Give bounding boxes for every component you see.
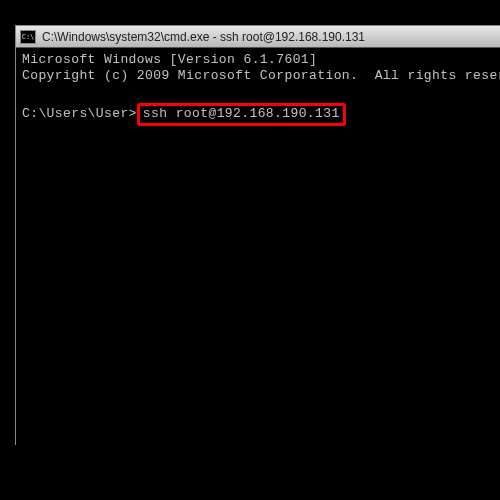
version-line: Microsoft Windows [Version 6.1.7601] bbox=[22, 52, 499, 68]
command-highlight: ssh root@192.168.190.131 bbox=[137, 103, 346, 126]
titlebar[interactable]: C:\ C:\Windows\system32\cmd.exe - ssh ro… bbox=[16, 26, 500, 48]
terminal-area[interactable]: Microsoft Windows [Version 6.1.7601]Copy… bbox=[16, 48, 500, 130]
cmd-window: C:\ C:\Windows\system32\cmd.exe - ssh ro… bbox=[15, 25, 500, 445]
prompt-line: C:\Users\User>ssh root@192.168.190.131 bbox=[22, 103, 499, 126]
cmd-icon: C:\ bbox=[20, 30, 36, 44]
copyright-line: Copyright (c) 2009 Microsoft Corporation… bbox=[22, 68, 499, 84]
prompt-text: C:\Users\User> bbox=[22, 106, 137, 121]
window-title: C:\Windows\system32\cmd.exe - ssh root@1… bbox=[42, 30, 365, 44]
ssh-command: ssh root@192.168.190.131 bbox=[143, 106, 340, 121]
blank-line bbox=[22, 85, 499, 101]
cmd-icon-text: C:\ bbox=[22, 33, 35, 41]
